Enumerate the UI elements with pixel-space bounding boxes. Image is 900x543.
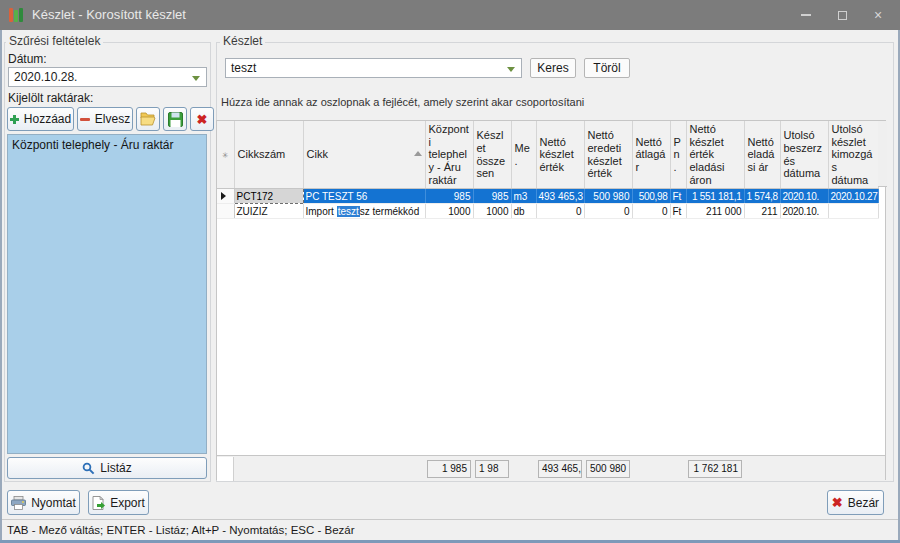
summary-eladasi-aron-total: 1 762 181 <box>688 460 742 478</box>
row-indicator-icon <box>221 192 226 200</box>
sort-ascending-icon <box>414 151 422 156</box>
clear-button-label: Töröl <box>593 61 620 75</box>
print-button-label: Nyomtat <box>31 496 76 510</box>
date-label: Dátum: <box>8 52 47 66</box>
close-dialog-button[interactable]: ✖ Bezár <box>827 490 884 515</box>
column-header-indicator: ✳ <box>217 121 234 189</box>
search-icon <box>82 462 95 475</box>
column-header-netto-keszlet-ertek-eladasi-aron[interactable]: Nettó készlet érték eladási áron <box>686 121 744 189</box>
export-button[interactable]: Export <box>88 490 149 515</box>
stock-group-title: Készlet <box>220 34 265 48</box>
export-icon <box>92 496 105 510</box>
grid-cell[interactable]: 0 <box>536 204 584 219</box>
maximize-button[interactable] <box>828 4 856 26</box>
column-header-netto-eredeti-keszlet-ertek[interactable]: Nettó eredeti készlet érték <box>584 121 632 189</box>
remove-warehouse-label: Elvesz <box>95 112 130 126</box>
grid-cell[interactable]: Import tesztsz termékkód <box>303 204 425 219</box>
date-combobox[interactable]: 2020.10.28. <box>8 67 207 87</box>
plus-icon <box>10 115 19 124</box>
filter-group-title: Szűrési feltételek <box>6 34 103 48</box>
grid-cell[interactable] <box>828 204 878 219</box>
save-button[interactable] <box>163 107 187 131</box>
remove-warehouse-button[interactable]: Elvesz <box>77 107 133 131</box>
column-header-netto-eladasi-ar[interactable]: Nettó eladási ár <box>744 121 780 189</box>
row-indicator-cell[interactable] <box>217 204 234 219</box>
grid-cell[interactable]: PCT172 <box>234 189 303 204</box>
grid-cell[interactable]: 2020.10.27 <box>828 189 878 204</box>
print-button[interactable]: Nyomtat <box>7 490 80 515</box>
minimize-button[interactable] <box>792 4 820 26</box>
grid-cell[interactable]: PC TESZT 56 <box>303 189 425 204</box>
grid-cell[interactable]: 0 <box>632 204 670 219</box>
grid-cell[interactable]: m3 <box>511 189 536 204</box>
close-dialog-label: Bezár <box>848 496 879 510</box>
title-bar: Készlet - Korosított készlet × <box>0 0 900 30</box>
summary-netto-ertek-total: 493 465,3 <box>538 460 582 478</box>
asterisk-icon: ✳ <box>222 151 229 160</box>
column-header-pn[interactable]: Pn. <box>670 121 686 189</box>
column-header-utolso-beszerzes-datuma[interactable]: Utolsó beszerzés dátuma <box>780 121 828 189</box>
grid-cell[interactable]: Ft <box>670 189 686 204</box>
stock-grid: ✳ Cikkszám Cikk Központi telephely - Áru… <box>216 120 886 480</box>
column-header-netto-atlagar[interactable]: Nettó átlagár <box>632 121 670 189</box>
close-window-button[interactable]: × <box>864 4 892 26</box>
open-folder-button[interactable] <box>136 107 160 131</box>
list-button[interactable]: Listáz <box>7 457 207 479</box>
grid-cell[interactable]: 1 551 181,1 <box>686 189 744 204</box>
add-warehouse-label: Hozzáad <box>24 112 71 126</box>
column-header-netto-keszlet-ertek[interactable]: Nettó készlet érték <box>536 121 584 189</box>
chevron-down-icon[interactable] <box>192 76 200 81</box>
add-warehouse-button[interactable]: Hozzáad <box>7 107 74 131</box>
delete-selection-button[interactable]: ✖ <box>190 107 214 131</box>
column-header-kozponti-telephely[interactable]: Központi telephely - Áru raktár <box>425 121 473 189</box>
grid-cell[interactable]: 985 <box>473 189 511 204</box>
search-button[interactable]: Keres <box>530 58 576 78</box>
column-header-me[interactable]: Me. <box>511 121 536 189</box>
warehouse-listbox[interactable]: Központi telephely - Áru raktár <box>7 134 207 454</box>
grid-cell[interactable]: 500 980 <box>584 189 632 204</box>
warehouses-label: Kijelölt raktárak: <box>8 91 93 105</box>
red-x-icon: ✖ <box>197 113 208 126</box>
grid-cell[interactable]: 0 <box>584 204 632 219</box>
column-header-keszlet-osszesen[interactable]: Készlet összesen <box>473 121 511 189</box>
save-icon <box>168 112 183 127</box>
grid-cell[interactable]: Ft <box>670 204 686 219</box>
search-combobox[interactable]: teszt <box>225 58 522 78</box>
grid-cell[interactable]: 2020.10. <box>780 204 828 219</box>
printer-icon <box>11 496 26 510</box>
grid-cell[interactable]: 1000 <box>473 204 511 219</box>
grid-cell[interactable]: 985 <box>425 189 473 204</box>
grid-cell[interactable]: 211 <box>744 204 780 219</box>
column-header-utolso-keszlet-kimozgas-datuma[interactable]: Utolsó készlet kimozgás dátuma <box>828 121 878 189</box>
minus-icon <box>80 118 90 121</box>
search-button-label: Keres <box>537 61 568 75</box>
grid-cell[interactable]: 2020.10. <box>780 189 828 204</box>
chevron-down-icon[interactable] <box>507 67 515 72</box>
group-by-hint: Húzza ide annak az oszlopnak a fejlécét,… <box>221 96 584 108</box>
footer-indicator-cell <box>217 457 234 481</box>
app-icon <box>9 7 25 23</box>
date-value: 2020.10.28. <box>14 70 77 84</box>
table-row[interactable]: ZUIZIZ Import tesztsz termékkód 1000 100… <box>217 204 878 219</box>
grid-cell[interactable]: 1000 <box>425 204 473 219</box>
grid-header-filler <box>878 121 887 187</box>
export-button-label: Export <box>110 496 145 510</box>
summary-osszesen-total: 1 98 <box>475 460 509 478</box>
table-row-selected[interactable]: PCT172 PC TESZT 56 985 985 m3 493 465,3 … <box>217 189 878 204</box>
warehouse-list-item[interactable]: Központi telephely - Áru raktár <box>8 135 206 155</box>
grid-cell[interactable]: db <box>511 204 536 219</box>
app-window: Készlet - Korosított készlet × Szűrési f… <box>0 0 900 543</box>
row-indicator-cell[interactable] <box>217 189 234 204</box>
grid-cell[interactable]: ZUIZIZ <box>234 204 303 219</box>
clear-search-button[interactable]: Töröl <box>584 58 630 78</box>
column-header-cikk[interactable]: Cikk <box>303 121 425 189</box>
summary-raktar-total: 1 985 <box>427 460 471 478</box>
grid-cell[interactable]: 493 465,3 <box>536 189 584 204</box>
window-border-left <box>0 30 2 543</box>
maximize-icon <box>838 11 847 20</box>
column-header-cikkszam[interactable]: Cikkszám <box>234 121 303 189</box>
grid-cell[interactable]: 500,98 <box>632 189 670 204</box>
grid-cell[interactable]: 1 574,8 <box>744 189 780 204</box>
summary-eredeti-ertek-total: 500 980 <box>586 460 630 478</box>
grid-cell[interactable]: 211 000 <box>686 204 744 219</box>
